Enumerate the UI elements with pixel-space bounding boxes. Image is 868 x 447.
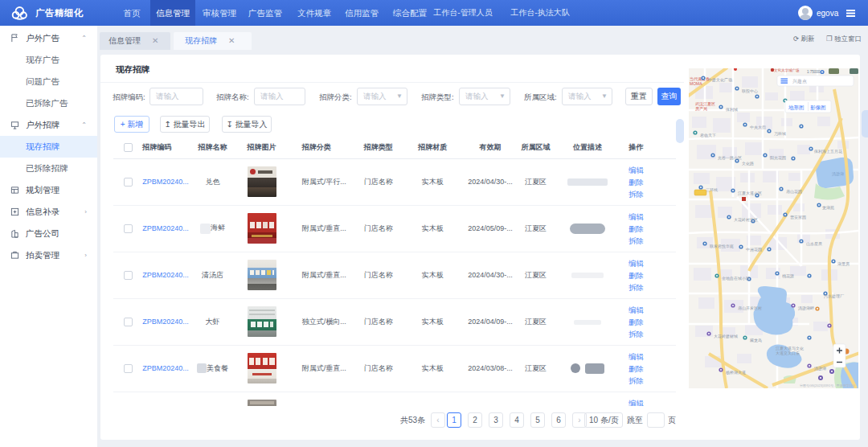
svg-text:联发君悦华庭: 联发君悦华庭: [710, 244, 734, 249]
svg-text:文化路: 文化路: [742, 161, 754, 166]
svg-text:审图号GS(2023)3391号 - 甲测资字110: 审图号GS(2023)3391号 - 甲测资字110: [800, 383, 855, 388]
svg-text:中洲花园: 中洲花园: [746, 247, 762, 252]
svg-text:联投中心: 联投中心: [742, 88, 758, 93]
svg-text:中建文化广场: 中建文化广场: [708, 77, 732, 83]
svg-text:影像图: 影像图: [810, 105, 826, 110]
svg-text:三环线: 三环线: [706, 187, 718, 192]
svg-text:湖景房: 湖景房: [837, 261, 850, 266]
svg-text:龙湖苑: 龙湖苑: [822, 205, 834, 211]
svg-text:杨桥湖大道: 杨桥湖大道: [725, 370, 746, 375]
svg-text:大花岭建材城: 大花岭建材城: [714, 334, 738, 339]
svg-text:桃花源: 桃花源: [782, 273, 794, 279]
svg-text:房产局: 房产局: [695, 106, 707, 112]
svg-text:1:75000: 1:75000: [807, 70, 821, 74]
svg-text:中央大街: 中央大街: [750, 125, 766, 130]
svg-text:江夏大道小区: 江夏大道小区: [738, 191, 762, 196]
svg-text:庙山花园: 庙山花园: [786, 189, 802, 195]
svg-text:庙山开发区村: 庙山开发区村: [738, 306, 762, 311]
svg-text:污水处理厂: 污水处理厂: [824, 293, 844, 299]
svg-text:大花岭村北区: 大花岭村北区: [734, 217, 758, 223]
svg-text:普安家园: 普安家园: [790, 215, 806, 220]
svg-text:汤逊湖: 汤逊湖: [814, 366, 826, 371]
svg-text:大道交叉口东: 大道交叉口东: [776, 351, 800, 356]
svg-text:金地自在城小区: 金地自在城小区: [722, 276, 750, 281]
svg-text:光谷一路小区: 光谷一路小区: [718, 155, 742, 161]
svg-text:汤逊湖: 汤逊湖: [832, 171, 844, 177]
svg-text:藏龙岛: 藏龙岛: [750, 338, 762, 343]
svg-text:万科城: 万科城: [774, 131, 786, 136]
svg-text:保利海上五月花: 保利海上五月花: [813, 149, 843, 154]
svg-text:保利城: 保利城: [725, 107, 738, 113]
svg-text:阳光花园: 阳光花园: [770, 155, 786, 161]
svg-text:山水星辰: 山水星辰: [806, 241, 822, 246]
svg-text:兴趣点: 兴趣点: [792, 78, 807, 84]
svg-text:MOMA: MOMA: [690, 81, 702, 86]
svg-text:地形图: 地形图: [788, 105, 805, 111]
svg-text:汤逊湖畔: 汤逊湖畔: [798, 306, 814, 311]
svg-text:君临天下: 君临天下: [700, 133, 716, 137]
